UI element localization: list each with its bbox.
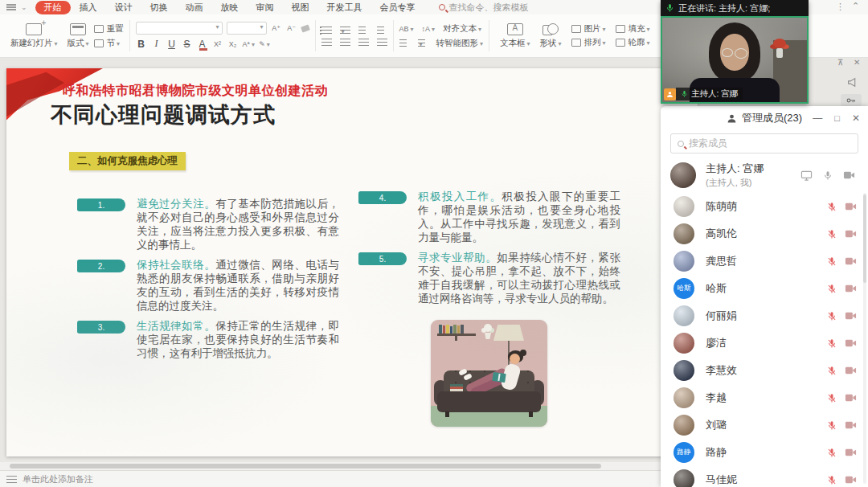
clear-format-icon[interactable] [301,24,310,32]
to-smart-graphic-button[interactable]: 转智能图形 [436,38,484,49]
line-spacing-icon[interactable]: ↕A [422,25,436,33]
mic-muted-icon[interactable] [827,256,837,267]
member-row[interactable]: 廖洁 [661,329,868,357]
camera-off-icon[interactable] [845,393,857,403]
camera-off-icon[interactable] [845,311,857,321]
mic-muted-icon[interactable] [827,448,837,458]
member-row[interactable]: 马佳妮 [661,466,868,487]
camera-icon[interactable] [843,170,855,180]
member-row[interactable]: 刘璐 [661,411,868,439]
reset-button[interactable]: 重置 [94,23,124,35]
mic-muted-icon[interactable] [827,229,837,239]
increase-font-icon[interactable]: A⁺ [271,24,282,32]
text-effects-icon[interactable]: A* [243,40,256,48]
key-tool-button[interactable] [841,94,862,106]
member-row[interactable]: 何丽娟 [661,302,868,329]
scrollbar-thumb[interactable] [10,464,601,469]
member-list-scrollbar[interactable] [863,193,866,484]
subscript-button[interactable]: X₂ [227,40,239,48]
camera-off-icon[interactable] [845,338,857,348]
close-icon[interactable]: ✕ [852,113,860,124]
camera-off-icon[interactable] [845,229,857,239]
font-color-button[interactable]: A [197,39,208,50]
mic-muted-icon[interactable] [827,338,837,349]
member-row[interactable]: 路静 路静 [661,439,868,466]
picture-button[interactable]: 图片 [571,23,606,35]
screen-share-icon[interactable] [800,170,813,181]
highlight-pen-icon[interactable]: ✎ [259,40,270,48]
align-text-button[interactable]: 对齐文本 [443,23,481,35]
outline-button[interactable]: 轮廓 [616,37,650,48]
camera-off-icon[interactable] [845,420,857,430]
numbered-list-icon[interactable] [340,26,350,35]
maximize-icon[interactable]: □ [834,113,840,123]
close-pane-icon[interactable]: ✕ [854,58,860,67]
mic-muted-icon[interactable] [827,202,837,212]
mic-muted-icon[interactable] [827,366,837,376]
mic-muted-icon[interactable] [827,284,837,294]
mic-muted-icon[interactable] [827,475,837,485]
ribbon-tab[interactable]: 会员专享 [371,1,424,14]
decrease-indent-icon[interactable] [358,26,369,35]
camera-off-icon[interactable] [845,256,857,266]
align-center-icon[interactable] [340,38,350,47]
camera-off-icon[interactable] [845,366,857,375]
ribbon-tab[interactable]: 视图 [283,1,318,14]
multilevel-list-icon[interactable] [418,39,428,47]
ribbon-tab[interactable]: 动画 [177,1,212,14]
increase-indent-icon[interactable] [377,26,387,35]
superscript-button[interactable]: X² [212,40,223,48]
mic-muted-icon[interactable] [827,393,837,403]
ribbon-tab[interactable]: 切换 [141,1,177,14]
arrange-button[interactable]: 排列 [571,37,606,48]
member-row[interactable]: 李越 [661,384,868,411]
chevron-down-icon[interactable]: ⌄ [21,3,27,11]
column-list-icon[interactable] [399,39,410,47]
member-search-input[interactable]: 搜索成员 [670,133,858,153]
menu-icon[interactable] [6,4,16,10]
ribbon-tab[interactable]: 放映 [212,1,248,14]
webcam-video[interactable]: 主持人: 宫娜 [661,16,809,104]
command-search[interactable]: 查找命令、搜索模板 [439,2,529,14]
more-options-icon[interactable]: ⋮ [836,2,845,12]
align-right-icon[interactable] [358,38,369,47]
host-row[interactable]: 主持人: 宫娜 (主持人, 我) [661,158,868,193]
shapes-button[interactable]: 形状 [535,22,567,51]
member-row[interactable]: 哈斯 哈斯 [661,275,868,302]
mic-muted-icon[interactable] [827,420,837,431]
font-size-select[interactable] [227,22,267,35]
bold-button[interactable]: B [136,39,147,50]
new-slide-button[interactable]: 新建幻灯片 [6,22,63,51]
minimize-icon[interactable]: — [813,113,822,124]
announcement-icon[interactable] [847,77,858,88]
member-row[interactable]: 李慧效 [661,357,868,384]
member-row[interactable]: 陈萌萌 [661,193,868,220]
member-row[interactable]: 高凯伦 [661,220,868,248]
ribbon-tab[interactable]: 插入 [71,1,106,14]
camera-off-icon[interactable] [845,284,857,293]
section-button[interactable]: 节 [94,38,124,49]
layout-button[interactable]: 版式 [63,22,94,51]
fill-button[interactable]: 填充 [616,23,650,35]
strikethrough-button[interactable]: S [182,39,193,50]
camera-off-icon[interactable] [845,202,857,211]
justify-icon[interactable] [377,38,387,47]
ribbon-tab[interactable]: 开始 [35,1,71,14]
text-direction-icon[interactable]: AB [399,25,414,33]
slide[interactable]: 呼和浩特市昭君博物院市级文明单位创建活动 不同心理问题调试方式 二、如何克服焦虑… [6,68,698,456]
camera-off-icon[interactable] [845,475,857,485]
collapse-ribbon-icon[interactable]: ⌃ [852,1,859,11]
meeting-video-window[interactable]: 正在讲话: 主持人: 宫娜; 主持人: 宫娜 [661,0,809,104]
italic-button[interactable]: I [151,38,162,50]
scrollbar-thumb[interactable] [863,194,866,283]
underline-button[interactable]: U [166,39,178,50]
font-family-select[interactable] [136,22,223,35]
mic-muted-icon[interactable] [827,311,837,321]
member-row[interactable]: 龚思哲 [661,248,868,275]
camera-off-icon[interactable] [845,448,857,457]
ribbon-tab[interactable]: 审阅 [248,1,283,14]
mic-icon[interactable] [823,170,833,181]
text-box-button[interactable]: 文本框 [495,22,535,51]
decrease-font-icon[interactable]: A⁻ [286,24,297,32]
ribbon-tab[interactable]: 开发工具 [318,1,371,14]
